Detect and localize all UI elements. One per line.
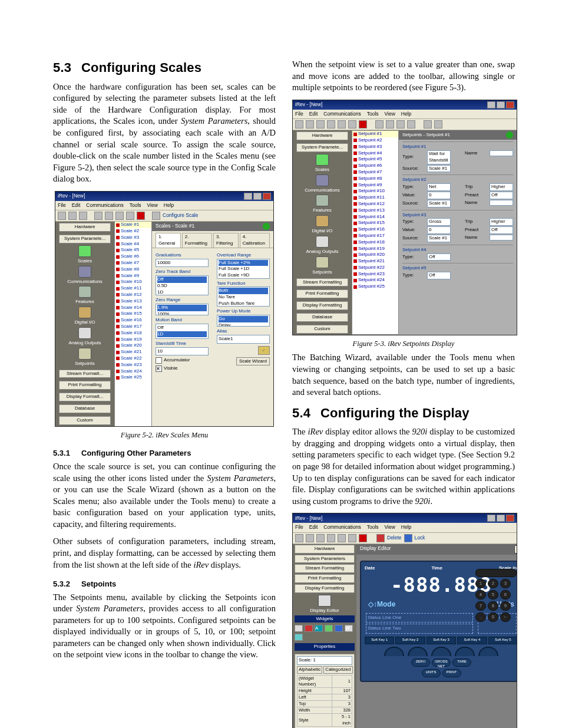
cut-icon[interactable]	[105, 212, 113, 220]
keypad-key[interactable]: 2	[488, 579, 498, 588]
scale-list-item[interactable]: Scale #10	[115, 279, 151, 285]
view-5-icon[interactable]	[386, 120, 394, 129]
scale-select[interactable]: Scale: 1	[297, 656, 352, 665]
paste-icon[interactable]	[126, 212, 134, 220]
setpoint-list-item[interactable]: Setpoint #4	[352, 150, 398, 157]
keypad-key[interactable]: 8	[488, 601, 498, 611]
copy-icon[interactable]	[115, 212, 124, 220]
setpoint-list-item[interactable]: Setpoint #11	[352, 195, 398, 201]
scale-list-item[interactable]: Scale #18	[115, 330, 151, 337]
setpoint-list-item[interactable]: Setpoint #18	[352, 239, 398, 246]
scale-list-item[interactable]: Scale #23	[115, 362, 151, 368]
scale-list-item[interactable]: Scale #12	[115, 292, 151, 298]
setpoint-list-item[interactable]: Setpoint #17	[352, 233, 398, 239]
setpoint-list-item[interactable]: Setpoint #16	[352, 226, 398, 233]
scale-list-item[interactable]: Scale #2	[115, 228, 151, 235]
minimize-icon[interactable]	[244, 193, 252, 200]
setpoint-list-item[interactable]: Setpoint #22	[352, 265, 398, 271]
display-canvas[interactable]: Date Time Scale #x -888.888 ◇↕ModeUnits …	[356, 555, 517, 728]
accumulator-checkbox[interactable]	[156, 357, 162, 364]
setpoint-list-item[interactable]: Setpoint #24	[352, 277, 398, 284]
softkey-row[interactable]: Soft Key 1 Soft Key 2 Soft Key 3 Soft Ke…	[365, 637, 517, 644]
scale-list-item[interactable]: Scale #15	[115, 311, 151, 317]
setpoint-list-item[interactable]: Setpoint #14	[352, 214, 398, 220]
toolbar[interactable]: Configure Scale	[55, 210, 273, 222]
setpoint-list-item[interactable]: Setpoint #1	[352, 131, 398, 137]
properties-panel[interactable]: Scale: 1 Alphabetic Categorized (Widget …	[295, 654, 355, 728]
scale-list-item[interactable]: Scale #1	[115, 222, 151, 228]
delete-icon[interactable]	[376, 534, 385, 542]
scale-list-item[interactable]: Scale #21	[115, 349, 151, 355]
setpoint-list-item[interactable]: Setpoint #13	[352, 207, 398, 214]
zero-track-band-list[interactable]: Off 0.5D 1D 3D	[156, 275, 209, 295]
digital-io-icon[interactable]	[78, 307, 91, 318]
setpoint-list-item[interactable]: Setpoint #21	[352, 258, 398, 265]
keypad-key[interactable]: 1	[475, 579, 486, 588]
standstill-time-input[interactable]: 10	[156, 347, 209, 356]
scale-list-item[interactable]: Scale #3	[115, 235, 151, 241]
setpoint-list-item[interactable]: Setpoint #20	[352, 252, 398, 258]
lock-icon[interactable]	[404, 534, 412, 542]
keypad-key[interactable]: .	[475, 612, 486, 622]
scale-wizard-button[interactable]: Scale Wizard	[236, 357, 270, 366]
scale-list[interactable]: Scale #1Scale #2Scale #3Scale #4Scale #5…	[114, 222, 152, 426]
scale-list-item[interactable]: Scale #24	[115, 368, 151, 375]
scale-list-item[interactable]: Scale #7	[115, 260, 151, 266]
help-icon[interactable]	[137, 212, 145, 220]
setpoint-list-item[interactable]: Setpoint #5	[352, 156, 398, 163]
display-editor-sidebar[interactable]: Hardware System Parameters Stream Format…	[293, 544, 356, 728]
nav-key[interactable]	[475, 569, 517, 577]
keypad-key[interactable]: 7	[475, 601, 486, 611]
keypad-key[interactable]: ←	[500, 612, 511, 622]
setpoint-list-item[interactable]: Setpoint #2	[352, 137, 398, 144]
widget-palette[interactable]: A W	[295, 625, 355, 641]
scale-list-item[interactable]: Scale #20	[115, 342, 151, 349]
keypad-key[interactable]: 6	[500, 590, 511, 599]
view-100-icon[interactable]	[407, 120, 415, 129]
keypad-key[interactable]: 4	[475, 590, 486, 599]
scale-list-item[interactable]: Scale #9	[115, 273, 151, 279]
keypad[interactable]: 123456789.0←	[475, 569, 517, 622]
scale-list-item[interactable]: Scale #4	[115, 241, 151, 248]
scale-list-item[interactable]: Scale #19	[115, 337, 151, 343]
scale-list-item[interactable]: Scale #25	[115, 374, 151, 381]
setpoint-list-item[interactable]: Setpoint #3	[352, 144, 398, 150]
swap-icon[interactable]	[424, 120, 432, 129]
analog-out-icon[interactable]	[78, 327, 91, 339]
setpoint-list-item[interactable]: Setpoint #12	[352, 201, 398, 207]
scale-list-item[interactable]: Scale #6	[115, 253, 151, 260]
tare-function-list[interactable]: Both No Tare Push Button Tare Keyed Tare	[217, 286, 270, 307]
scale-list-item[interactable]: Scale #17	[115, 324, 151, 330]
graduations-input[interactable]: 10000	[156, 259, 209, 268]
power-up-mode-list[interactable]: Go Delay	[217, 315, 270, 327]
motion-band-list[interactable]: Off 1D 3D	[156, 324, 209, 339]
setpoint-list-item[interactable]: Setpoint #23	[352, 271, 398, 278]
setpoint-list-item[interactable]: Setpoint #9	[352, 182, 398, 189]
setpoint-list-item[interactable]: Setpoint #7	[352, 169, 398, 176]
setpoint-list-item[interactable]: Setpoint #15	[352, 220, 398, 226]
setpoint-list-item[interactable]: Setpoint #25	[352, 284, 398, 290]
overload-range-list[interactable]: Full Scale +2% Full Scale +1D Full Scale…	[217, 259, 270, 279]
setpoint-list-item[interactable]: Setpoint #19	[352, 246, 398, 252]
display-editor-icon[interactable]	[318, 595, 331, 607]
keypad-key[interactable]: 3	[500, 579, 511, 588]
wizard-icon-button[interactable]: 🪄	[258, 346, 270, 355]
scales-icon[interactable]	[78, 245, 91, 257]
maximize-icon[interactable]	[253, 193, 262, 200]
detach-icon[interactable]	[514, 545, 517, 554]
setpoint-list-item[interactable]: Setpoint #6	[352, 163, 398, 169]
sync-icon[interactable]	[263, 223, 270, 230]
visible-checkbox[interactable]: ✕	[156, 365, 162, 372]
scale-list-item[interactable]: Scale #5	[115, 247, 151, 253]
zero-range-list[interactable]: 1.9% 100%	[156, 304, 209, 315]
tab-strip[interactable]: 1. General 2. Formatting 3. Filtering 4.…	[152, 231, 273, 248]
setpoints-icon[interactable]	[78, 348, 91, 360]
comm-icon[interactable]	[78, 266, 91, 278]
move-icon[interactable]	[434, 120, 442, 129]
scale-list-item[interactable]: Scale #13	[115, 298, 151, 305]
scale-list-item[interactable]: Scale #8	[115, 266, 151, 273]
save-icon[interactable]	[79, 212, 87, 220]
keypad-key[interactable]: 0	[488, 612, 498, 622]
keypad-key[interactable]: 5	[488, 590, 498, 599]
alias-input[interactable]: Scale1	[217, 335, 270, 344]
